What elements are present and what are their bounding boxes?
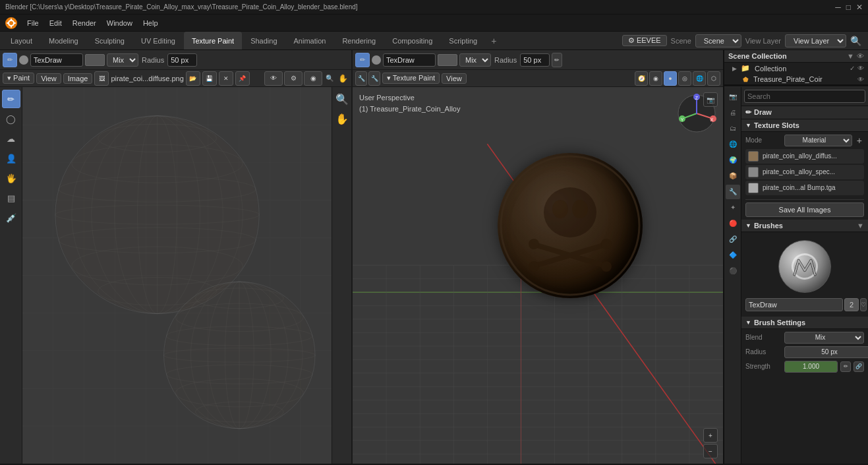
minimize-btn[interactable]: ─ xyxy=(835,3,841,12)
tool-copy[interactable]: ▤ xyxy=(2,189,20,207)
tab-texture-paint[interactable]: Texture Paint xyxy=(184,32,242,49)
right-view-menu[interactable]: View xyxy=(442,73,467,84)
right-draw-mode-icon[interactable]: ✏ xyxy=(355,53,370,67)
mode-select[interactable]: Material xyxy=(784,135,852,146)
right-shading-rendered[interactable]: 🌐 xyxy=(693,71,706,86)
left-hand-tool[interactable]: ✋ xyxy=(333,109,351,128)
right-color-box[interactable] xyxy=(438,54,457,66)
collection-item-collection[interactable]: ▶ 📁 Collection ✓ 👁 xyxy=(724,63,868,74)
left-radius-input[interactable] xyxy=(167,53,197,67)
left-file-btn1[interactable]: 📂 xyxy=(186,71,200,86)
viewport-zoom-out[interactable]: − xyxy=(703,444,718,458)
save-all-images-btn[interactable]: Save All Images xyxy=(745,202,864,217)
viewport-zoom-cam[interactable]: 📷 xyxy=(703,92,718,107)
left-mix-select[interactable]: Mix xyxy=(107,53,138,67)
prop-material-btn[interactable]: ⚫ xyxy=(726,264,740,278)
tex-slot-3[interactable]: pirate_coin...al Bump.tga xyxy=(745,181,864,195)
tool-smear[interactable]: 🖐 xyxy=(2,169,20,187)
tab-layout[interactable]: Layout xyxy=(3,32,40,49)
menu-window[interactable]: Window xyxy=(102,18,137,28)
left-zoom-in[interactable]: 🔍 xyxy=(333,90,351,108)
left-view-menu[interactable]: View xyxy=(36,73,61,84)
tab-modeling[interactable]: Modeling xyxy=(41,32,86,49)
prop-scene-btn[interactable]: 🌐 xyxy=(726,137,740,152)
prop-constraint-btn[interactable]: 🔗 xyxy=(726,232,740,247)
prop-physic-btn[interactable]: 🔴 xyxy=(726,216,740,231)
brushes-section-header[interactable]: ▼ Brushes ▼ xyxy=(741,220,868,232)
prop-output-btn[interactable]: 🖨 xyxy=(726,106,740,120)
prop-view-btn[interactable]: 🗂 xyxy=(726,121,740,136)
right-paint-menu[interactable]: ▾ Texture Paint xyxy=(382,73,440,84)
right-gizmo-btn[interactable]: 🧭 xyxy=(635,71,648,86)
left-brush-name[interactable] xyxy=(30,53,83,67)
left-image-menu[interactable]: Image xyxy=(63,73,93,84)
collection-check[interactable]: ✓ xyxy=(850,65,855,72)
right-overlay-btn[interactable]: ◉ xyxy=(649,71,662,86)
brush-fav-btn[interactable]: ♡ xyxy=(860,298,867,311)
left-file-btn3[interactable]: ✕ xyxy=(219,71,233,86)
prop-world-btn[interactable]: 🌍 xyxy=(726,153,740,168)
sc-filter-icon[interactable]: ▼ xyxy=(847,52,854,60)
blend-select[interactable]: Mix xyxy=(784,332,864,344)
treasure-eye[interactable]: 👁 xyxy=(857,76,864,83)
right-brush-dot[interactable] xyxy=(372,55,381,65)
tab-scripting[interactable]: Scripting xyxy=(441,32,485,49)
tab-uv-editing[interactable]: UV Editing xyxy=(133,32,183,49)
left-hand-btn[interactable]: ✋ xyxy=(337,71,349,86)
right-radius-edit[interactable]: ✏ xyxy=(552,53,562,67)
prop-object-btn[interactable]: 📦 xyxy=(726,169,740,183)
left-brush-dot[interactable] xyxy=(19,55,28,65)
brushes-expand[interactable]: ▼ xyxy=(857,222,864,230)
left-paint-menu[interactable]: ▾ Paint xyxy=(3,73,34,84)
tool-clone[interactable]: 👤 xyxy=(2,149,20,168)
view-layer-selector[interactable]: View Layer xyxy=(785,34,846,47)
add-slot-btn[interactable]: + xyxy=(855,135,864,146)
right-viewport[interactable]: X Y Z User Perspective (1) Treasure_Pira… xyxy=(353,87,723,464)
tool-soften[interactable]: ☁ xyxy=(2,129,20,148)
draw-mode-icon[interactable]: ✏ xyxy=(3,53,17,67)
collection-item-treasure[interactable]: ⬟ Treasure_Pirate_Coir 👁 xyxy=(724,74,868,84)
menu-help[interactable]: Help xyxy=(138,18,163,28)
tab-compositing[interactable]: Compositing xyxy=(384,32,440,49)
menu-edit[interactable]: Edit xyxy=(45,18,67,28)
prop-particle-btn[interactable]: ✦ xyxy=(726,201,740,215)
tab-rendering[interactable]: Rendering xyxy=(334,32,384,49)
left-file-btn2[interactable]: 💾 xyxy=(202,71,217,86)
sc-eye-icon[interactable]: 👁 xyxy=(857,52,864,60)
brush-name-input[interactable]: TexDraw xyxy=(745,298,843,311)
scene-selector[interactable]: Scene xyxy=(695,34,741,47)
left-viewport[interactable] xyxy=(22,87,332,464)
right-radius-input[interactable] xyxy=(520,53,550,67)
left-settings-btn[interactable]: ⚙ xyxy=(284,71,303,86)
maximize-btn[interactable]: □ xyxy=(846,3,851,12)
right-gizmo-icons[interactable]: 🔧 🔧 xyxy=(355,71,380,86)
left-color-box[interactable] xyxy=(85,54,105,66)
tab-shading[interactable]: Shading xyxy=(243,32,285,49)
viewport-zoom-in[interactable]: + xyxy=(703,428,718,443)
tex-slot-2[interactable]: pirate_coin_alloy_spec... xyxy=(745,165,864,179)
prop-modifier-btn[interactable]: 🔧 xyxy=(726,185,740,199)
texture-slots-header[interactable]: ▼ Texture Slots xyxy=(741,119,868,132)
prop-render-btn[interactable]: 📷 xyxy=(726,90,740,104)
draw-section-header[interactable]: ✏ Draw xyxy=(741,106,868,119)
prop-data-btn[interactable]: 🔷 xyxy=(726,248,740,263)
tool-fill[interactable]: ◯ xyxy=(2,109,20,128)
brush-num-input[interactable]: 2 xyxy=(844,298,859,311)
right-brush-name[interactable] xyxy=(383,53,436,67)
engine-selector[interactable]: ⚙ EEVEE xyxy=(622,35,667,46)
left-pin-btn[interactable]: 📌 xyxy=(235,71,250,86)
tab-sculpting[interactable]: Sculpting xyxy=(87,32,132,49)
left-view-toggle[interactable]: 👁 xyxy=(264,71,283,86)
right-shading-wireframe[interactable]: ⬡ xyxy=(707,71,720,86)
right-shading-material[interactable]: ◎ xyxy=(678,71,691,86)
close-btn[interactable]: ✕ xyxy=(856,3,863,12)
blender-logo-icon[interactable] xyxy=(4,16,18,30)
left-zoom-btn[interactable]: 🔍 xyxy=(324,71,335,86)
tab-add[interactable]: + xyxy=(486,33,502,49)
props-search[interactable] xyxy=(744,90,865,103)
strength-lock-btn[interactable]: ✏ xyxy=(840,361,851,372)
tex-slot-1[interactable]: pirate_coin_alloy_diffus... xyxy=(745,149,864,164)
tab-animation[interactable]: Animation xyxy=(286,32,334,49)
menu-render[interactable]: Render xyxy=(68,18,101,28)
strength-link-btn[interactable]: 🔗 xyxy=(854,361,864,372)
